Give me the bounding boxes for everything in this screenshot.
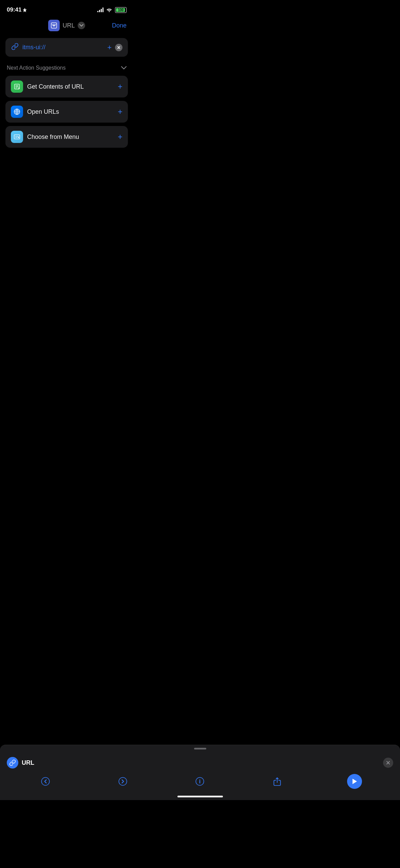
nav-title: URL [48, 20, 85, 31]
nav-chevron[interactable] [78, 22, 85, 29]
action-open-urls-label: Open URLs [27, 108, 114, 115]
done-button[interactable]: Done [112, 22, 127, 29]
signal-bars [97, 7, 103, 12]
action-get-contents-add[interactable]: + [118, 83, 122, 91]
svg-rect-3 [14, 135, 20, 139]
action-get-contents-label: Get Contents of URL [27, 83, 114, 90]
suggestions-chevron[interactable] [121, 65, 127, 71]
status-time: 09:41 [7, 6, 27, 13]
suggestions-title: Next Action Suggestions [7, 65, 65, 71]
get-contents-icon [11, 80, 23, 93]
url-plus-icon[interactable]: + [107, 43, 112, 52]
choose-menu-icon [11, 131, 23, 143]
svg-point-4 [18, 137, 19, 138]
wifi-icon [106, 7, 112, 12]
link-icon [11, 43, 19, 52]
nav-label: URL [62, 22, 75, 29]
action-choose-menu-add[interactable]: + [118, 133, 122, 141]
location-icon [23, 8, 27, 12]
url-input-area[interactable]: itms-ui:// + [5, 38, 128, 57]
battery-container: 100 [115, 7, 127, 13]
nav-bar: URL Done [0, 17, 133, 35]
status-right: 100 [97, 7, 127, 13]
url-clear-button[interactable] [115, 44, 122, 51]
suggestions-header: Next Action Suggestions [5, 65, 128, 71]
action-open-urls-add[interactable]: + [118, 108, 122, 116]
nav-app-icon [48, 20, 60, 31]
open-urls-icon [11, 106, 23, 118]
action-open-urls[interactable]: Open URLs + [5, 101, 128, 123]
action-choose-menu[interactable]: Choose from Menu + [5, 126, 128, 148]
action-get-contents[interactable]: Get Contents of URL + [5, 76, 128, 97]
url-value[interactable]: itms-ui:// [22, 44, 104, 51]
suggestions-section: Next Action Suggestions Get Contents of … [5, 65, 128, 148]
action-choose-menu-label: Choose from Menu [27, 133, 114, 141]
status-bar: 09:41 100 [0, 0, 133, 17]
